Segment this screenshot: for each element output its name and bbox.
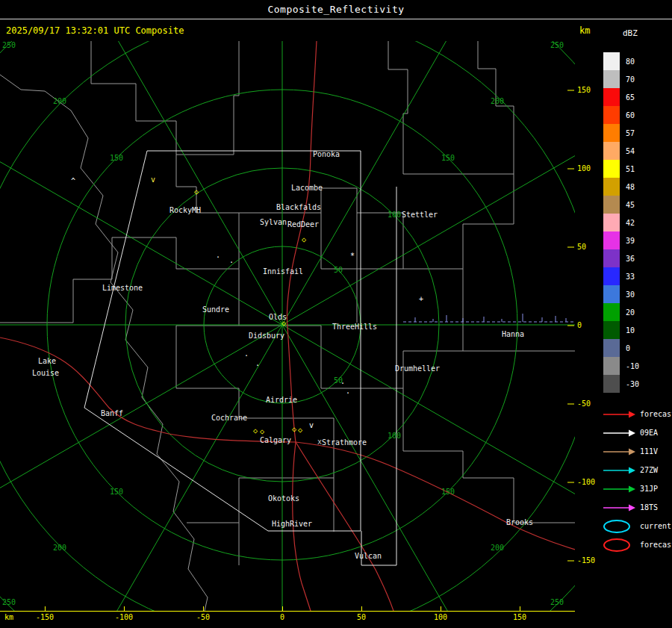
legend-arrow-row: forecast (602, 405, 672, 423)
colorbar-swatch (603, 375, 620, 393)
colorbar-entry: 33 (603, 267, 639, 285)
colorbar-value: 60 (626, 111, 635, 119)
colorbar-swatch (603, 160, 620, 178)
storm-ellipse-icon (602, 519, 636, 534)
x-tick-value: -50 (196, 613, 210, 621)
colorbar: 80 70 65 60 57 54 (603, 52, 639, 393)
colorbar-value: 70 (626, 75, 635, 84)
colorbar-value: 30 (626, 290, 635, 299)
colorbar-entry: 70 (603, 70, 639, 88)
track-arrow-icon (602, 503, 636, 512)
x-tick-value: -100 (115, 613, 133, 621)
legend-ellipse-row: current (602, 517, 672, 535)
map-graphics (0, 41, 575, 611)
colorbar-swatch (603, 196, 620, 214)
y-axis-tick-label: 0 (577, 321, 582, 329)
colorbar-entry: 80 (603, 52, 639, 70)
x-tick-value: -150 (36, 613, 54, 621)
track-arrow-icon (602, 429, 636, 438)
colorbar-value: 57 (626, 129, 635, 137)
radar-app-window: Composite_Reflectivity 2025/09/17 13:32:… (0, 0, 672, 628)
colorbar-title: dBZ (623, 28, 638, 38)
track-arrow-icon (602, 447, 636, 456)
colorbar-swatch (603, 88, 620, 106)
y-tick-value: -50 (577, 400, 591, 408)
colorbar-value: -30 (626, 380, 639, 388)
colorbar-entry: 0 (603, 339, 639, 357)
colorbar-entry: 30 (603, 285, 639, 303)
colorbar-value: -10 (626, 362, 639, 370)
y-axis-tick-label: -150 (577, 556, 595, 565)
legend-label: 09EA (640, 429, 658, 437)
track-arrow-icon (602, 466, 636, 475)
legend-label: forecast (640, 410, 672, 418)
timestamp-label: 2025/09/17 13:32:01 UTC Composite (6, 25, 184, 36)
y-axis-tick-label: 150 (577, 86, 591, 94)
colorbar-swatch (603, 142, 620, 160)
colorbar-swatch (603, 231, 620, 249)
legend-label: 27ZW (640, 466, 658, 474)
x-axis-tick-label: 50 (357, 613, 366, 621)
legend-label: 111V (640, 447, 658, 456)
colorbar-swatch (603, 214, 620, 231)
track-arrow-icon (602, 485, 636, 494)
legend-label: current (640, 522, 671, 530)
colorbar-value: 42 (626, 219, 635, 227)
colorbar-swatch (603, 249, 620, 267)
legend-arrow-row: 31JP (602, 479, 672, 498)
colorbar-value: 0 (626, 344, 630, 352)
colorbar-value: 33 (626, 273, 635, 281)
colorbar-entry: -10 (603, 357, 639, 375)
legend-arrow-row: 09EA (602, 423, 672, 442)
colorbar-swatch (603, 285, 620, 303)
colorbar-entry: 51 (603, 160, 639, 178)
storm-track-legend: forecast 09EA 111V (602, 405, 672, 554)
x-axis-unit-label: km (4, 613, 13, 621)
y-axis-unit-label: km (579, 25, 590, 36)
colorbar-value: 80 (626, 57, 635, 66)
y-tick-value: 150 (577, 86, 591, 94)
legend-label: 31JP (640, 485, 658, 493)
y-tick-value: -150 (577, 556, 595, 565)
y-axis-tick-label: 100 (577, 164, 591, 172)
colorbar-entry: 45 (603, 196, 639, 214)
x-axis-tick-label: 0 (280, 613, 284, 621)
colorbar-value: 65 (626, 93, 635, 102)
x-tick-value: 100 (434, 613, 447, 621)
colorbar-entry: 65 (603, 88, 639, 106)
x-tick-value: 150 (513, 613, 526, 621)
colorbar-entry: 54 (603, 142, 639, 160)
colorbar-entry: 57 (603, 124, 639, 142)
x-tick-value: 0 (280, 613, 284, 621)
colorbar-swatch (603, 267, 620, 285)
colorbar-swatch (603, 303, 620, 321)
colorbar-swatch (603, 106, 620, 124)
radar-map[interactable] (0, 41, 575, 611)
colorbar-swatch (603, 321, 620, 339)
x-axis-tick-label: 150 (513, 613, 526, 621)
colorbar-entry: 36 (603, 249, 639, 267)
legend-arrow-row: 18TS (602, 498, 672, 517)
legend-ellipse-rows: current forecast (602, 517, 672, 554)
x-axis-line (0, 611, 575, 612)
y-tick-value: 100 (577, 164, 591, 172)
x-axis-tick-label: 100 (434, 613, 447, 621)
y-tick-value: 50 (577, 243, 586, 251)
colorbar-entry: -30 (603, 375, 639, 393)
y-tick-value: -100 (577, 478, 595, 486)
window-titlebar: Composite_Reflectivity (0, 0, 672, 19)
x-axis-tick-label: -50 (196, 613, 210, 621)
colorbar-swatch (603, 52, 620, 70)
colorbar-value: 54 (626, 147, 635, 155)
legend-ellipse-row: forecast (602, 535, 672, 554)
y-axis-tick-label: -100 (577, 478, 595, 486)
colorbar-entry: 60 (603, 106, 639, 124)
legend-arrow-row: 27ZW (602, 461, 672, 479)
x-tick-value: 50 (357, 613, 366, 621)
colorbar-swatch (603, 178, 620, 196)
legend-label: forecast (640, 541, 672, 549)
colorbar-value: 39 (626, 237, 635, 245)
colorbar-value: 48 (626, 183, 635, 191)
x-axis-tick-label: -100 (115, 613, 133, 621)
colorbar-swatch (603, 124, 620, 142)
